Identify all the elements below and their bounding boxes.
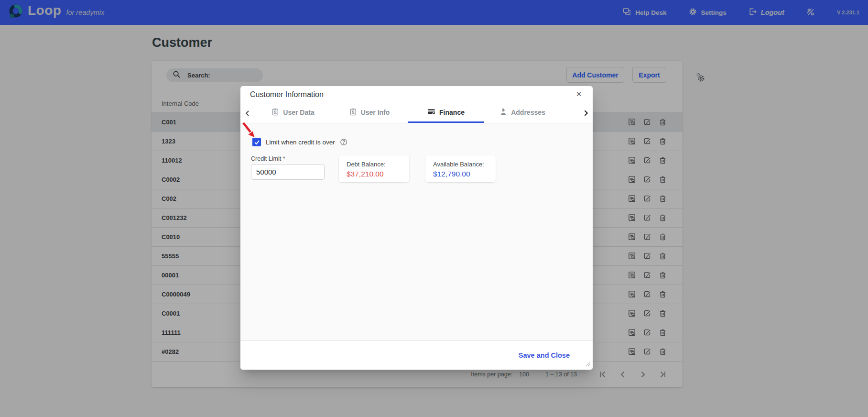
debt-balance-label: Debt Balance:: [347, 161, 401, 168]
tab-user-info-label: User Info: [361, 109, 390, 116]
save-and-close-button[interactable]: Save and Close: [514, 348, 575, 363]
limit-checkbox-label: Limit when credit is over: [266, 139, 335, 146]
customer-information-dialog: Customer Information ✕ User Data: [240, 86, 593, 370]
tab-finance-label: Finance: [439, 109, 465, 116]
contact-person-icon: [499, 108, 507, 117]
limit-checkbox[interactable]: [252, 138, 261, 146]
tab-user-info[interactable]: User Info: [331, 103, 408, 123]
debt-balance-card: Debt Balance: $37,210.00: [339, 155, 409, 182]
credit-limit-label: Credit Limit *: [251, 155, 325, 162]
credit-limit-field: Credit Limit *: [251, 155, 325, 180]
help-question-icon[interactable]: [340, 138, 347, 146]
available-balance-label: Available Balance:: [433, 161, 488, 168]
credit-limit-input[interactable]: [251, 164, 325, 180]
credit-card-icon: [427, 108, 435, 117]
clipboard-person-icon: [349, 108, 357, 117]
clipboard-person-icon: [271, 108, 279, 117]
dialog-title: Customer Information: [250, 90, 324, 99]
tab-user-data-label: User Data: [283, 109, 314, 116]
close-icon[interactable]: ✕: [573, 88, 585, 100]
available-balance-card: Available Balance: $12,790.00: [425, 155, 496, 182]
finance-tab-panel: Limit when credit is over Credit Limit *…: [240, 123, 593, 340]
resize-grip-icon[interactable]: [585, 360, 591, 368]
tab-finance[interactable]: Finance: [408, 103, 484, 123]
debt-balance-value: $37,210.00: [347, 170, 401, 178]
tabs-scroll-right-icon[interactable]: [578, 103, 593, 123]
tab-user-data[interactable]: User Data: [255, 103, 331, 123]
available-balance-value: $12,790.00: [433, 170, 488, 178]
tab-addresses-label: Addresses: [511, 109, 545, 116]
app-root: Loop for readymix Help Desk: [0, 0, 868, 417]
tab-addresses[interactable]: Addresses: [484, 103, 561, 123]
dialog-tabs: User Data User Info: [240, 103, 593, 123]
tabs-scroll-left-icon[interactable]: [240, 103, 255, 123]
